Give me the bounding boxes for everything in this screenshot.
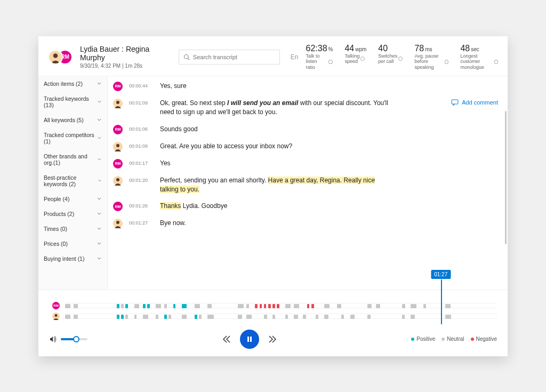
audio-segment <box>445 315 451 319</box>
transcript-row[interactable]: RM 00:00:44 Yes, sure <box>113 82 498 91</box>
utterance-text: Thanks Lydia. Goodbye <box>160 202 227 211</box>
svg-point-6 <box>116 178 119 181</box>
info-icon[interactable] <box>494 60 498 64</box>
transcript-row[interactable]: 00:01:27 Bye now. <box>113 219 498 228</box>
speaker-a-name: Lydia Bauer <box>80 45 119 53</box>
metric-value: 62:38% <box>306 44 333 53</box>
transcript-row[interactable]: 00:01:20 Perfect, sending you an email s… <box>113 176 498 195</box>
audio-segment <box>272 304 275 308</box>
metric-label: Longest customermonologue <box>460 53 498 70</box>
sidebar-item-label: Prices (0) <box>44 241 68 247</box>
audio-segment <box>272 315 275 319</box>
dot-positive-icon <box>411 338 414 341</box>
dot-neutral-icon <box>441 338 445 341</box>
volume-control[interactable] <box>49 335 87 343</box>
audio-segment <box>316 315 318 319</box>
audio-segment <box>268 304 271 308</box>
audio-segment <box>134 315 137 319</box>
sidebar-item[interactable]: People (4) <box>38 191 107 206</box>
info-icon[interactable] <box>398 57 403 61</box>
speaker-avatar: RM <box>113 82 123 91</box>
chevron-down-icon <box>97 117 102 123</box>
legend-positive: Positive <box>411 336 435 342</box>
audio-segment <box>324 304 330 308</box>
sidebar-item[interactable]: Best-practice keywords (2) <box>38 170 107 191</box>
audio-segment <box>195 315 197 319</box>
legend-neutral-label: Neutral <box>447 336 464 342</box>
audio-segment <box>207 304 212 308</box>
avatar-lydia <box>48 50 63 65</box>
language-indicator[interactable]: En <box>291 53 299 61</box>
info-icon[interactable] <box>360 57 365 61</box>
dot-negative-icon <box>471 338 474 341</box>
header: RM Lydia Bauer : Regina Murphy 9/30/19, … <box>38 36 508 76</box>
sidebar-item[interactable]: Times (0) <box>38 221 107 236</box>
transcript: RM 00:00:44 Yes, sure 00:01:09 Ok, great… <box>108 76 508 290</box>
svg-rect-4 <box>452 100 458 104</box>
sidebar-item[interactable]: Buying intent (1) <box>38 251 107 266</box>
add-comment-label: Add comment <box>462 99 498 106</box>
audio-segment <box>143 304 146 308</box>
volume-icon <box>49 335 58 343</box>
svg-rect-9 <box>247 337 249 342</box>
speaker-avatar <box>113 142 123 151</box>
controls: Positive Neutral Negative <box>49 330 497 349</box>
audio-segment <box>246 304 249 308</box>
info-icon[interactable] <box>445 60 448 64</box>
pause-icon <box>246 335 253 343</box>
sidebar-item[interactable]: Prices (0) <box>38 236 107 251</box>
volume-thumb[interactable] <box>73 336 79 342</box>
add-comment-button[interactable]: Add comment <box>451 99 498 106</box>
chevron-down-icon <box>97 81 102 86</box>
app-window: RM Lydia Bauer : Regina Murphy 9/30/19, … <box>38 36 508 356</box>
audio-segment <box>376 304 380 308</box>
volume-slider[interactable] <box>61 338 87 340</box>
audio-segment <box>260 304 262 308</box>
search-box[interactable] <box>179 50 280 65</box>
sidebar-item[interactable]: Tracked keywords (13) <box>38 91 107 113</box>
sidebar-item-label: Best-practice keywords (2) <box>44 174 98 187</box>
sidebar-item[interactable]: Other brands and org.(1) <box>38 149 107 170</box>
call-meta: 9/30/19, 4:32 PM | 1m 28s <box>80 63 171 69</box>
transcript-row[interactable]: 00:01:09 Ok, great. So next step I will … <box>113 99 498 117</box>
sidebar-item-label: Action items (2) <box>44 81 83 87</box>
audio-segment <box>74 315 78 319</box>
sidebar-item-label: Tracked competitors (1) <box>44 132 97 145</box>
transcript-row[interactable]: 00:01:09 Great. Are you able to access y… <box>113 142 498 151</box>
chevron-down-icon <box>98 178 102 183</box>
sidebar-item[interactable]: All keywords (5) <box>38 113 107 127</box>
speaker-avatar <box>113 99 123 108</box>
waveform-regina[interactable] <box>65 303 497 308</box>
search-input[interactable] <box>193 54 275 60</box>
timeline[interactable]: RM 01:27 <box>49 295 497 321</box>
forward-button[interactable] <box>268 334 277 344</box>
rewind-button[interactable] <box>222 334 231 344</box>
body: Action items (2)Tracked keywords (13)All… <box>38 76 508 290</box>
timestamp: 00:01:09 <box>129 99 154 106</box>
sidebar-item[interactable]: Action items (2) <box>38 76 107 91</box>
transcript-row[interactable]: RM 00:01:26 Thanks Lydia. Goodbye <box>113 202 498 211</box>
play-controls <box>222 330 277 349</box>
sidebar-item-label: Buying intent (1) <box>44 255 84 262</box>
audio-segment <box>168 315 171 319</box>
waveform-lydia[interactable] <box>65 314 497 319</box>
sidebar-item-label: Times (0) <box>44 226 67 232</box>
speaker-avatar <box>113 176 123 186</box>
info-icon[interactable] <box>328 60 333 64</box>
audio-segment <box>164 304 167 308</box>
sidebar-item-label: All keywords (5) <box>44 117 84 123</box>
scrollbar[interactable] <box>505 111 507 244</box>
playhead[interactable] <box>441 279 442 324</box>
transcript-row[interactable]: RM 00:01:06 Sounds good <box>113 125 498 134</box>
chevron-down-icon <box>97 256 102 261</box>
transcript-row[interactable]: RM 00:01:17 Yes <box>113 159 498 169</box>
sidebar-item[interactable]: Products (2) <box>38 206 107 221</box>
audio-segment <box>156 304 161 308</box>
pause-button[interactable] <box>240 330 259 349</box>
audio-segment <box>264 315 267 319</box>
audio-segment <box>341 315 344 319</box>
utterance-text: Perfect, sending you an email shorlty. H… <box>160 176 389 195</box>
metric-label: Talkingspeed <box>344 53 366 65</box>
title-block: Lydia Bauer : Regina Murphy 9/30/19, 4:3… <box>80 45 171 69</box>
sidebar-item[interactable]: Tracked competitors (1) <box>38 127 107 149</box>
